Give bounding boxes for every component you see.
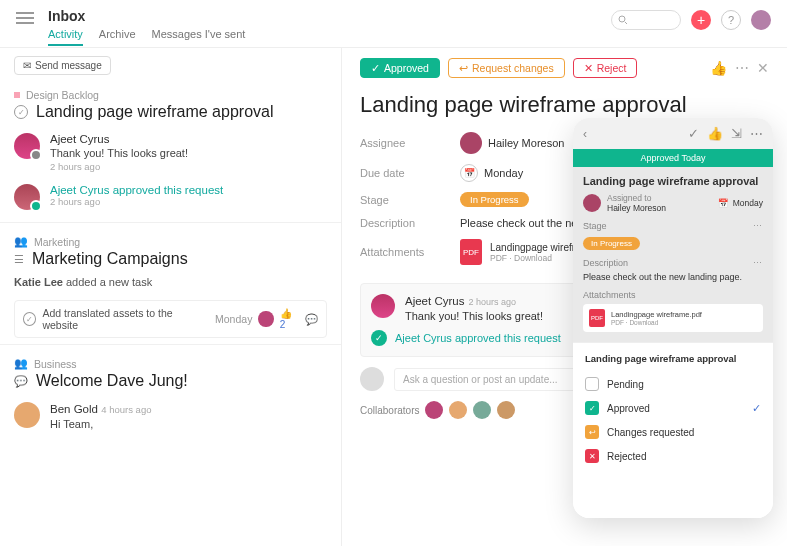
timestamp: 2 hours ago: [50, 161, 188, 172]
inbox-item[interactable]: Ben Gold 4 hours ago Hi Team,: [0, 396, 341, 438]
task-circle-icon: ✓: [23, 312, 36, 326]
calendar-icon: 📅: [718, 198, 729, 208]
inbox-list: ✉ Send message Design Backlog ✓Landing p…: [0, 48, 342, 546]
group-design-backlog: Design Backlog: [0, 83, 341, 103]
status-option-rejected[interactable]: ✕Rejected: [585, 444, 761, 468]
field-label: Description: [360, 217, 460, 229]
thread-title[interactable]: ✓Landing page wireframe approval: [0, 103, 341, 127]
send-message-button[interactable]: ✉ Send message: [14, 56, 111, 75]
add-button[interactable]: +: [691, 10, 711, 30]
attachment-item[interactable]: PDF Landingpage wireframe.pdfPDF · Downl…: [583, 304, 763, 332]
task-row[interactable]: ✓ Add translated assets to the website M…: [14, 300, 327, 338]
like-icon[interactable]: 👍: [707, 126, 723, 141]
chat-icon: 💬: [14, 375, 28, 388]
more-icon[interactable]: ⋯: [753, 258, 763, 268]
due-date-value[interactable]: 📅Monday: [460, 164, 523, 182]
avatar: [258, 311, 273, 327]
due-date: Monday: [215, 313, 252, 325]
avatar[interactable]: [473, 401, 491, 419]
message-text: Thank you! This looks great!: [50, 147, 188, 159]
tab-archive[interactable]: Archive: [99, 28, 136, 46]
check-icon: ✓: [371, 330, 387, 346]
message-text: Thank you! This looks great!: [405, 310, 543, 322]
group-marketing: 👥Marketing: [0, 229, 341, 250]
field-label: Due date: [360, 167, 460, 179]
search-icon: [618, 15, 628, 25]
status-option-pending[interactable]: Pending: [585, 372, 761, 396]
status-option-changes[interactable]: ↩Changes requested: [585, 420, 761, 444]
approval-text: Ajeet Cyrus approved this request: [50, 184, 223, 196]
svg-point-0: [619, 16, 625, 22]
inbox-item[interactable]: Ajeet Cyrus Thank you! This looks great!…: [0, 127, 341, 178]
more-icon[interactable]: ⋯: [750, 126, 763, 141]
avatar: [14, 402, 40, 428]
field-label: Stage: [360, 194, 460, 206]
subtask-icon[interactable]: ⇲: [731, 126, 742, 141]
help-button[interactable]: ?: [721, 10, 741, 30]
avatar[interactable]: [425, 401, 443, 419]
avatar[interactable]: [751, 10, 771, 30]
field-label: Attatchments: [360, 246, 460, 258]
stage-pill[interactable]: In Progress: [583, 237, 640, 250]
thread-title[interactable]: 💬Welcome Dave Jung!: [0, 372, 341, 396]
timestamp: 4 hours ago: [101, 404, 151, 415]
avatar: [14, 184, 40, 210]
back-icon[interactable]: ‹: [583, 127, 587, 141]
pdf-icon: PDF: [589, 309, 605, 327]
message-text: Hi Team,: [50, 418, 151, 430]
avatar[interactable]: [449, 401, 467, 419]
users-icon: 👥: [14, 357, 28, 370]
approved-button[interactable]: ✓ Approved: [360, 58, 440, 78]
square-icon: [585, 377, 599, 391]
inbox-item[interactable]: Ajeet Cyrus approved this request 2 hour…: [0, 178, 341, 216]
timestamp: 2 hours ago: [50, 196, 223, 207]
page-title: Inbox: [48, 8, 611, 24]
task-title: Add translated assets to the website: [42, 307, 203, 331]
task-circle-icon: ✓: [14, 105, 28, 119]
selected-check-icon: ✓: [752, 402, 761, 415]
detail-title: Landing page wireframe approval: [360, 92, 769, 118]
check-icon[interactable]: ✓: [688, 126, 699, 141]
like-count[interactable]: 👍 2: [280, 308, 299, 330]
users-icon: 👥: [14, 235, 28, 248]
close-icon[interactable]: ✕: [757, 60, 769, 76]
avatar: [360, 367, 384, 391]
avatar[interactable]: [497, 401, 515, 419]
menu-icon[interactable]: [16, 12, 34, 26]
mobile-preview: ‹ ✓ 👍 ⇲ ⋯ Approved Today Landing page wi…: [573, 118, 773, 518]
timestamp: 2 hours ago: [468, 297, 516, 307]
avatar: [371, 294, 395, 318]
thread-title[interactable]: ☰Marketing Campaigns: [0, 250, 341, 274]
assignee-value[interactable]: Hailey Moreson: [460, 132, 564, 154]
comment-count[interactable]: 💬: [305, 313, 318, 326]
field-label: Assignee: [360, 137, 460, 149]
x-icon: ✕: [585, 449, 599, 463]
avatar: [14, 133, 40, 159]
tab-sent[interactable]: Messages I've sent: [152, 28, 246, 46]
description-text: Please check out the new landing page.: [583, 272, 763, 282]
avatar: [583, 194, 601, 212]
author-name: Ajeet Cyrus: [405, 295, 464, 307]
more-icon[interactable]: ⋯: [753, 221, 763, 231]
more-icon[interactable]: ⋯: [735, 60, 749, 76]
tab-activity[interactable]: Activity: [48, 28, 83, 46]
list-icon: ☰: [14, 253, 24, 266]
group-business: 👥Business: [0, 351, 341, 372]
svg-line-1: [625, 22, 627, 24]
like-icon[interactable]: 👍: [710, 60, 727, 76]
author-name: Ajeet Cyrus: [50, 133, 188, 145]
approved-banner: Approved Today: [573, 149, 773, 167]
request-changes-button[interactable]: ↩ Request changes: [448, 58, 565, 78]
reject-button[interactable]: ✕ Reject: [573, 58, 638, 78]
stage-pill[interactable]: In Progress: [460, 192, 529, 207]
calendar-icon: 📅: [460, 164, 478, 182]
search-input[interactable]: [611, 10, 681, 30]
return-icon: ↩: [585, 425, 599, 439]
pdf-icon: PDF: [460, 239, 482, 265]
status-option-approved[interactable]: ✓Approved✓: [585, 396, 761, 420]
check-badge-icon: [30, 200, 42, 212]
avatar: [460, 132, 482, 154]
author-name: Ben Gold: [50, 403, 98, 415]
mobile-title: Landing page wireframe approval: [583, 175, 763, 187]
author-name: Katie Lee: [14, 276, 63, 288]
